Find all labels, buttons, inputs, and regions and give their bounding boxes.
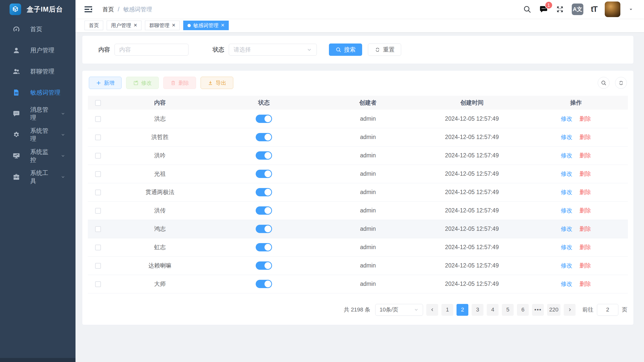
reset-button[interactable]: 重置 [368,43,401,56]
status-toggle[interactable] [256,243,272,251]
delete-button[interactable]: 删除 [163,77,196,89]
next-page-button[interactable] [564,304,576,316]
page-button-4[interactable]: 4 [487,304,499,316]
row-edit-link[interactable]: 修改 [561,225,572,232]
status-toggle[interactable] [256,115,272,123]
row-content: 达赖喇嘛 [148,262,172,269]
refresh-table-button[interactable] [615,77,627,89]
page-button-1[interactable]: 1 [441,304,453,316]
table-panel: 新增 修改 删除 导出 [82,70,634,325]
row-checkbox[interactable] [95,208,101,214]
sidebar-item-label: 首页 [30,25,42,33]
row-checkbox[interactable] [95,263,101,269]
edit-button[interactable]: 修改 [126,77,159,89]
more-pages-button[interactable]: ••• [532,304,544,316]
row-delete-link[interactable]: 删除 [580,207,591,214]
status-toggle[interactable] [256,133,272,141]
sidebar-item-groups[interactable]: 群聊管理 [0,61,75,82]
close-icon[interactable]: × [172,22,175,28]
page-button-2-active[interactable]: 2 [457,304,468,316]
row-edit-link[interactable]: 修改 [561,152,572,159]
dashboard-icon [13,25,20,33]
chevron-left-icon [430,307,435,312]
status-filter-select[interactable]: 请选择 [229,44,317,56]
status-toggle[interactable] [256,261,272,270]
table-row: 洪吟 admin 2024-12-05 12:57:49 修改 删除 [88,146,628,165]
row-checkbox[interactable] [95,116,101,122]
tag-user-management[interactable]: 用户管理 × [107,21,141,30]
row-edit-link[interactable]: 修改 [561,115,572,122]
chevron-down-icon [61,153,65,159]
page-size-select[interactable]: 10条/页 [375,304,423,316]
sidebar-item-system-tools[interactable]: 系统工具 [0,166,75,188]
row-edit-link[interactable]: 修改 [561,262,572,269]
status-toggle[interactable] [256,225,272,233]
collapse-sidebar-icon[interactable] [84,5,93,14]
header-search-icon[interactable] [523,5,532,14]
avatar-caret-down-icon[interactable] [628,6,634,12]
breadcrumb-home[interactable]: 首页 [102,6,114,13]
row-delete-link[interactable]: 删除 [580,115,591,122]
tag-sensitive-words[interactable]: 敏感词管理 × [183,21,229,30]
row-creator: admin [360,152,376,159]
add-button[interactable]: 新增 [89,77,122,89]
row-checkbox[interactable] [95,190,101,195]
status-toggle[interactable] [256,170,272,178]
goto-page-input[interactable] [597,304,618,316]
chevron-right-icon [567,307,572,312]
content-filter-label: 内容 [98,46,110,54]
prev-page-button[interactable] [426,304,438,316]
row-creator: admin [360,134,376,140]
toggle-search-button[interactable] [598,77,610,89]
row-checkbox[interactable] [95,171,101,177]
row-checkbox[interactable] [95,153,101,159]
font-size-icon[interactable]: tT [591,5,597,14]
status-toggle[interactable] [256,280,272,288]
search-button[interactable]: 搜索 [329,43,362,56]
row-edit-link[interactable]: 修改 [561,244,572,250]
row-delete-link[interactable]: 删除 [580,152,591,159]
row-content: 洪哲胜 [151,134,169,140]
export-button[interactable]: 导出 [201,77,233,89]
page-button-6[interactable]: 6 [517,304,529,316]
page-button-3[interactable]: 3 [472,304,483,316]
content-filter-input[interactable] [115,44,188,56]
close-icon[interactable]: × [221,22,224,28]
header-message-icon[interactable]: 1 [539,5,548,14]
row-delete-link[interactable]: 删除 [580,262,591,269]
status-toggle[interactable] [256,206,272,215]
row-edit-link[interactable]: 修改 [561,281,572,287]
language-switch-icon[interactable]: A文 [572,4,583,15]
row-delete-link[interactable]: 删除 [580,244,591,250]
row-delete-link[interactable]: 删除 [580,225,591,232]
row-delete-link[interactable]: 删除 [580,134,591,140]
user-avatar[interactable] [605,2,620,17]
page-button-5[interactable]: 5 [502,304,514,316]
row-delete-link[interactable]: 删除 [580,281,591,287]
row-edit-link[interactable]: 修改 [561,134,572,140]
row-edit-link[interactable]: 修改 [561,207,572,214]
sidebar-item-messages[interactable]: 消息管理 [0,103,75,124]
sidebar-item-system-monitor[interactable]: 系统监控 [0,145,75,166]
status-toggle[interactable] [256,151,272,160]
row-delete-link[interactable]: 删除 [580,170,591,177]
page-button-last[interactable]: 220 [547,304,560,316]
row-checkbox[interactable] [95,134,101,140]
fullscreen-icon[interactable] [556,5,564,14]
sidebar-item-home[interactable]: 首页 [0,19,75,40]
sidebar-item-users[interactable]: 用户管理 [0,40,75,61]
sidebar-item-system-management[interactable]: 系统管理 [0,124,75,145]
row-checkbox[interactable] [95,226,101,232]
sidebar-item-sensitive-words[interactable]: 敏感词管理 [0,82,75,103]
status-toggle[interactable] [256,188,272,196]
breadcrumb-current: 敏感词管理 [123,6,152,13]
row-edit-link[interactable]: 修改 [561,170,572,177]
select-all-checkbox[interactable] [95,100,101,106]
close-icon[interactable]: × [134,22,137,28]
tag-group-management[interactable]: 群聊管理 × [145,21,180,30]
row-checkbox[interactable] [95,245,101,250]
row-delete-link[interactable]: 删除 [580,189,591,195]
tag-home[interactable]: 首页 [85,21,103,30]
row-checkbox[interactable] [95,281,101,287]
row-edit-link[interactable]: 修改 [561,189,572,195]
